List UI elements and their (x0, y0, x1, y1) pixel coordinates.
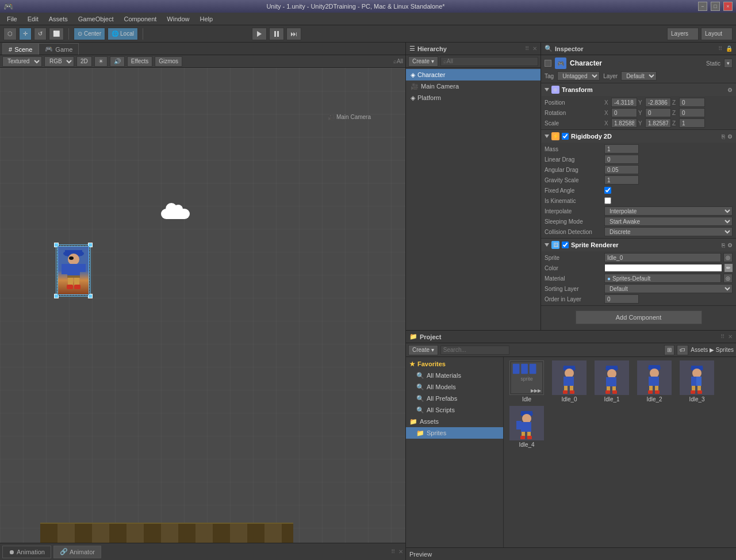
pause-button[interactable] (269, 28, 284, 40)
next-button[interactable]: ⏭ (286, 28, 301, 40)
audio-button[interactable]: 🔊 (110, 56, 125, 67)
project-search-input[interactable] (440, 346, 509, 355)
menu-assets[interactable]: Assets (44, 14, 72, 24)
hierarchy-item-character[interactable]: ◈ Character (406, 69, 540, 80)
character-sprite[interactable] (57, 246, 89, 295)
assets-folder[interactable]: 📁 Assets (406, 416, 503, 427)
linear-drag-input[interactable] (604, 155, 639, 164)
favorites-all-scripts[interactable]: 🔍 All Scripts (406, 404, 503, 416)
play-button[interactable] (252, 28, 267, 40)
collision-detection-dropdown[interactable]: Discrete (604, 227, 733, 236)
scene-viewport[interactable]: 🎥 Main Camera (0, 68, 405, 543)
menu-gameobject[interactable]: GameObject (74, 14, 118, 24)
pivot-button[interactable]: ⊙ Center (74, 28, 105, 40)
minimize-button[interactable]: − (698, 2, 707, 11)
is-kinematic-checkbox[interactable] (604, 197, 611, 204)
sprite-item-idle3[interactable]: Idle_3 (676, 359, 718, 404)
sprite-renderer-copy-btn[interactable]: ⎘ (722, 242, 725, 248)
effects-button[interactable]: Effects (127, 56, 152, 67)
favorites-all-materials[interactable]: 🔍 All Materials (406, 370, 503, 381)
tool-scale[interactable]: ⬜ (49, 28, 64, 40)
inspector-lock-btn[interactable]: 🔒 (726, 45, 733, 52)
hierarchy-create-button[interactable]: Create ▾ (408, 56, 438, 67)
project-tag-btn[interactable]: 🏷 (677, 345, 688, 355)
rigidbody2d-header[interactable]: ⚡ Rigidbody 2D ⎘ ⚙ (541, 130, 736, 143)
angular-drag-input[interactable] (604, 165, 639, 174)
layer-dropdown[interactable]: Default (621, 71, 657, 80)
menu-component[interactable]: Component (119, 14, 161, 24)
textured-dropdown[interactable]: Textured (2, 56, 42, 67)
favorites-all-models[interactable]: 🔍 All Models (406, 381, 503, 393)
color-swatch[interactable] (604, 264, 722, 272)
2d-button[interactable]: 2D (76, 56, 92, 67)
position-z-input[interactable] (679, 98, 705, 107)
hierarchy-search-input[interactable] (440, 57, 538, 66)
hierarchy-close-btn[interactable]: ✕ (532, 45, 537, 52)
menu-file[interactable]: File (2, 14, 22, 24)
position-x-input[interactable] (611, 98, 637, 107)
tag-dropdown[interactable]: Untagged (557, 71, 600, 80)
static-dropdown-btn[interactable]: ▾ (724, 59, 733, 68)
scale-y-input[interactable] (645, 118, 671, 128)
sprite-item-idle2[interactable]: Idle_2 (634, 359, 675, 404)
hierarchy-item-maincamera[interactable]: 🎥 Main Camera (406, 80, 540, 92)
transform-header[interactable]: ⊕ Transform ⚙ (541, 83, 736, 96)
rgb-dropdown[interactable]: RGB (44, 56, 74, 67)
tool-move[interactable]: ✛ (19, 28, 32, 40)
tool-hand[interactable]: ⬡ (3, 28, 17, 40)
gizmos-button[interactable]: Gizmos (155, 56, 182, 67)
tab-game[interactable]: 🎮 Game (39, 43, 79, 55)
lighting-button[interactable]: ☀ (94, 56, 108, 67)
panel-drag-handle[interactable]: ⠿ (391, 549, 395, 555)
sprite-item-idle-sheet[interactable]: sprite ▶▶▶ Idle (506, 359, 547, 404)
rigidbody-enabled-checkbox[interactable] (562, 133, 569, 140)
hierarchy-drag-handle[interactable]: ⠿ (525, 45, 529, 52)
tool-rotate[interactable]: ↺ (34, 28, 47, 40)
sprite-item-idle1[interactable]: Idle_1 (591, 359, 632, 404)
menu-window[interactable]: Window (162, 14, 194, 24)
sprite-renderer-enabled-checkbox[interactable] (562, 241, 569, 248)
project-drag-handle[interactable]: ⠿ (720, 333, 724, 340)
fixed-angle-checkbox[interactable] (604, 187, 611, 194)
hierarchy-item-platform[interactable]: ◈ Platform (406, 92, 540, 103)
maximize-button[interactable]: □ (711, 2, 720, 11)
tab-animation[interactable]: ⏺ Animation (2, 546, 51, 558)
window-controls[interactable]: − □ × (698, 2, 733, 11)
color-picker-btn[interactable]: ✏ (724, 264, 733, 272)
tab-scene[interactable]: # Scene (2, 43, 39, 55)
layout-dropdown[interactable]: Layout (701, 28, 733, 40)
interpolate-dropdown[interactable]: Interpolate (604, 206, 733, 216)
transform-settings-btn[interactable]: ⚙ (727, 87, 733, 93)
menu-help[interactable]: Help (195, 14, 217, 24)
rigidbody2d-settings-btn[interactable]: ⚙ (727, 133, 733, 140)
material-select-btn[interactable]: ◎ (723, 274, 733, 283)
tab-animator[interactable]: 🔗 Animator (53, 546, 101, 558)
panel-close-btn[interactable]: ✕ (398, 549, 403, 555)
sprites-folder[interactable]: 📁 Sprites (406, 427, 503, 439)
mass-input[interactable] (604, 144, 639, 154)
gravity-scale-input[interactable] (604, 175, 639, 185)
menu-edit[interactable]: Edit (23, 14, 43, 24)
object-active-checkbox[interactable] (545, 60, 551, 67)
sprite-select-btn[interactable]: ◎ (723, 253, 733, 262)
rotation-y-input[interactable] (645, 108, 671, 117)
rigidbody2d-copy-btn[interactable]: ⎘ (722, 133, 725, 140)
add-component-button[interactable]: Add Component (576, 310, 702, 324)
favorites-all-prefabs[interactable]: 🔍 All Prefabs (406, 393, 503, 404)
sprite-renderer-settings-btn[interactable]: ⚙ (727, 242, 733, 248)
layers-dropdown[interactable]: Layers (667, 28, 699, 40)
project-view-btn[interactable]: ⊞ (664, 345, 674, 355)
scale-z-input[interactable] (679, 118, 705, 128)
sprite-item-idle0[interactable]: Idle_0 (549, 359, 590, 404)
position-y-input[interactable] (645, 98, 671, 107)
space-button[interactable]: 🌐 Local (108, 28, 138, 40)
sleeping-mode-dropdown[interactable]: Start Awake (604, 217, 733, 226)
project-create-button[interactable]: Create ▾ (408, 345, 438, 355)
sprite-item-idle4[interactable]: Idle_4 (506, 405, 547, 449)
scale-x-input[interactable] (611, 118, 637, 128)
rotation-x-input[interactable] (611, 108, 637, 117)
sprite-renderer-header[interactable]: 🖼 Sprite Renderer ⎘ ⚙ (541, 239, 736, 251)
sorting-layer-dropdown[interactable]: Default (604, 284, 733, 293)
project-close-btn[interactable]: ✕ (728, 333, 733, 340)
rotation-z-input[interactable] (679, 108, 705, 117)
